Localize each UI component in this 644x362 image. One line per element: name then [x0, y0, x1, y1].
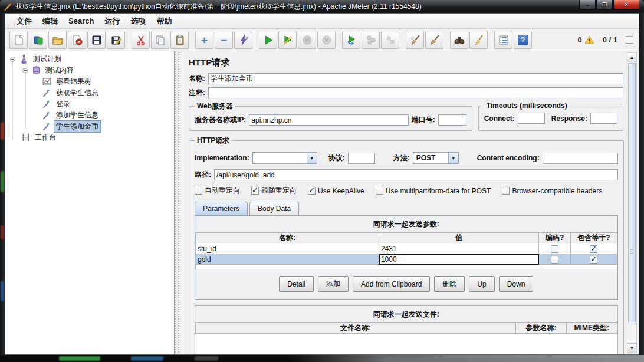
path-input[interactable]: [214, 169, 618, 180]
cut-button[interactable]: [132, 31, 150, 49]
column-header-param-name[interactable]: 参数名称:: [516, 323, 567, 334]
function-helper-button[interactable]: [494, 31, 512, 49]
minimize-button[interactable]: –: [579, 0, 596, 10]
delete-button[interactable]: 删除: [434, 276, 465, 292]
chevron-down-icon[interactable]: ▼: [307, 153, 317, 163]
stop-button[interactable]: [298, 31, 316, 49]
tree-item-label[interactable]: 测试计划: [31, 54, 63, 65]
clear-all-button[interactable]: [425, 31, 443, 49]
start-button[interactable]: [259, 31, 277, 49]
checkbox-icon[interactable]: [502, 187, 510, 195]
title-bar[interactable]: 获取学生信息.jmx (E:\besttest\python\python自动化…: [0, 0, 644, 13]
checkbox-icon[interactable]: [590, 256, 597, 264]
main-vertical-scrollbar[interactable]: ▲ ▼: [627, 52, 637, 353]
scrollbar-thumb[interactable]: [628, 63, 636, 322]
tree-item-http-sampler[interactable]: 登录: [5, 98, 174, 110]
comment-input[interactable]: [208, 87, 623, 98]
menu-edit[interactable]: 编辑: [37, 14, 63, 28]
save-as-button[interactable]: [107, 31, 125, 49]
scroll-down-icon[interactable]: ▼: [627, 343, 636, 353]
tree-item-thread-group[interactable]: 测试内容: [5, 65, 174, 76]
column-header-file-path[interactable]: 文件名称:: [196, 323, 516, 334]
down-button[interactable]: Down: [499, 276, 534, 292]
connect-input[interactable]: [518, 113, 545, 124]
server-name-input[interactable]: [249, 114, 408, 126]
use-keepalive-checkbox[interactable]: Use KeepAlive: [308, 187, 364, 195]
param-value-cell[interactable]: 2431: [379, 243, 539, 254]
tree-expand-handle[interactable]: [10, 57, 15, 62]
scroll-up-icon[interactable]: ▲: [627, 53, 636, 62]
param-name-cell[interactable]: stu_id: [196, 243, 379, 254]
panel-splitter[interactable]: [175, 51, 180, 354]
tree-item-label[interactable]: 获取学生信息: [54, 87, 100, 98]
tree-item-label[interactable]: 登录: [54, 98, 72, 110]
multipart-checkbox[interactable]: Use multipart/form-data for POST: [376, 187, 491, 195]
port-input[interactable]: [438, 114, 466, 126]
tab-body-data[interactable]: Body Data: [249, 202, 299, 215]
tree-item-view-results-tree[interactable]: 察看结果树: [5, 76, 174, 87]
column-header-name[interactable]: 名称:: [196, 233, 379, 243]
shutdown-button[interactable]: [317, 31, 336, 49]
column-header-mime-type[interactable]: MIME类型:: [566, 323, 617, 334]
menu-run[interactable]: 运行: [99, 14, 125, 28]
tree-item-workbench[interactable]: 工作台: [5, 132, 174, 143]
tree-item-label[interactable]: 测试内容: [44, 65, 75, 76]
checkbox-icon[interactable]: [251, 187, 259, 195]
tree-item-label[interactable]: 学生添加金币: [54, 121, 100, 132]
tree-item-label[interactable]: 添加学生信息: [54, 110, 100, 121]
param-encode-cell[interactable]: [539, 254, 571, 265]
follow-redirects-checkbox[interactable]: 跟随重定向: [251, 186, 297, 196]
search-button[interactable]: [450, 31, 468, 49]
help-button[interactable]: ?: [514, 31, 532, 49]
tree-item-label[interactable]: 察看结果树: [54, 76, 93, 87]
implementation-combobox[interactable]: ▼: [252, 152, 317, 164]
tree-item-http-sampler[interactable]: 获取学生信息: [5, 87, 174, 98]
tree-item-http-sampler[interactable]: 添加学生信息: [5, 110, 174, 121]
checkbox-icon[interactable]: [195, 187, 202, 195]
remote-start-all-button[interactable]: [362, 31, 380, 49]
restart-button[interactable]: [342, 31, 360, 49]
detail-button[interactable]: Detail: [279, 276, 314, 292]
chevron-down-icon[interactable]: ▼: [448, 153, 458, 163]
paste-button[interactable]: [170, 31, 189, 49]
checkbox-icon[interactable]: [590, 245, 597, 253]
tree-item-label[interactable]: 工作台: [33, 132, 58, 143]
add-from-clipboard-button[interactable]: Add from Clipboard: [353, 276, 430, 292]
menu-search[interactable]: Search: [63, 15, 99, 27]
collapse-all-button[interactable]: −: [215, 31, 233, 49]
close-button[interactable]: ✕: [613, 0, 639, 10]
column-header-encode[interactable]: 编码?: [539, 233, 571, 243]
name-input[interactable]: [208, 73, 623, 84]
remote-stop-all-button[interactable]: [381, 31, 399, 49]
table-row-selected[interactable]: gold 1000: [196, 254, 617, 265]
method-combobox[interactable]: POST ▼: [413, 152, 459, 164]
redirect-automatically-checkbox[interactable]: 自动重定向: [195, 186, 240, 196]
table-row[interactable]: stu_id 2431: [196, 243, 617, 254]
toggle-button[interactable]: [234, 31, 252, 49]
menu-help[interactable]: 帮助: [151, 14, 177, 28]
param-equals-cell[interactable]: [571, 254, 617, 265]
new-file-button[interactable]: [9, 31, 28, 49]
close-file-button[interactable]: [68, 31, 86, 49]
param-encode-cell[interactable]: [539, 243, 571, 254]
start-no-timers-button[interactable]: [278, 31, 297, 49]
tree-item-test-plan[interactable]: 测试计划: [5, 54, 174, 65]
copy-button[interactable]: [151, 31, 169, 49]
open-file-button[interactable]: [48, 31, 67, 49]
up-button[interactable]: Up: [469, 276, 494, 292]
checkbox-icon[interactable]: [308, 187, 316, 195]
tree-expand-handle[interactable]: [22, 68, 28, 73]
add-button[interactable]: 添加: [318, 276, 349, 292]
menu-file[interactable]: 文件: [11, 14, 37, 28]
browser-headers-checkbox[interactable]: Browser-compatible headers: [502, 187, 602, 195]
expand-all-button[interactable]: +: [195, 31, 213, 49]
checkbox-icon[interactable]: [376, 187, 383, 195]
save-button[interactable]: [87, 31, 106, 49]
checkbox-icon[interactable]: [551, 256, 558, 264]
templates-button[interactable]: [29, 31, 47, 49]
maximize-button[interactable]: ❐: [596, 0, 613, 10]
param-value-cell-editing[interactable]: 1000: [379, 254, 539, 265]
tree-item-http-sampler-selected[interactable]: 学生添加金币: [5, 121, 174, 132]
param-name-cell[interactable]: gold: [196, 254, 379, 265]
param-equals-cell[interactable]: [571, 243, 617, 254]
